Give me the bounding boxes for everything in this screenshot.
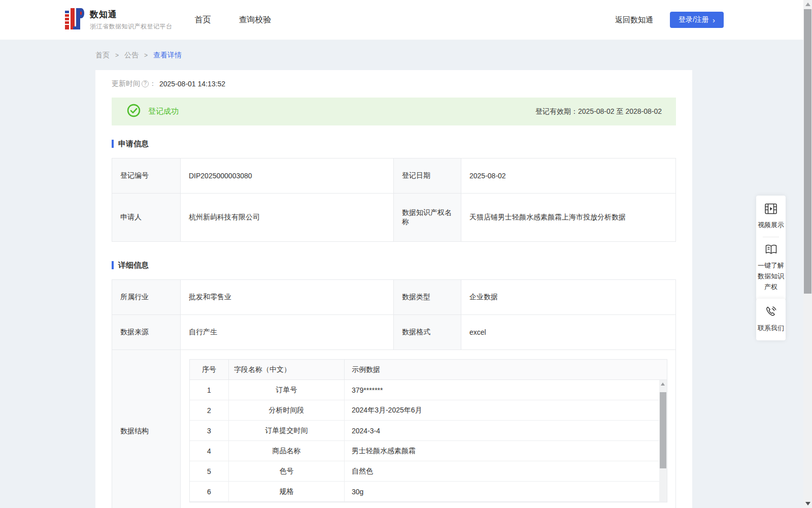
reg-no-label: 登记编号 [112,158,181,193]
floating-tools-card: 视频展示 一键了解数据知识产权 [756,196,786,300]
table-row: 申请人 杭州新屿科技有限公司 数据知识产权名称 天猫店铺男士轻颜水感素颜霜上海市… [112,193,675,241]
section-title-text: 详细信息 [118,261,149,270]
cell-index: 4 [190,441,229,461]
success-banner: 登记成功 登记有效期：2025-08-02 至 2028-08-02 [112,98,676,125]
chevron-right-icon: › [713,16,715,24]
column-header-sample-data: 示例数据 [345,360,667,379]
brand-subtitle: 浙江省数据知识产权登记平台 [90,22,173,31]
floating-contact-card: 联系我们 [756,299,786,340]
column-header-index: 序号 [190,360,229,379]
cell-index: 6 [190,482,229,501]
dip-name-value: 天猫店铺男士轻颜水感素颜霜上海市投放分析数据 [461,194,675,241]
header: 数知通 浙江省数据知识产权登记平台 首页 查询校验 返回数知通 登录/注册 › [0,0,803,40]
page: 数知通 浙江省数据知识产权登记平台 首页 查询校验 返回数知通 登录/注册 › … [0,0,812,508]
cell-sample: 自然色 [345,461,667,481]
table-scrollbar[interactable] [659,380,667,502]
scrollbar-thumb[interactable] [660,392,666,468]
validity-value: 2025-08-02 至 2028-08-02 [578,107,662,115]
data-structure-content: 序号 字段名称（中文） 示例数据 1 订单号 379******* 2 [181,350,675,508]
reg-no-value: DIP2025000003080 [181,158,394,193]
registration-status-text: 登记成功 [148,107,179,116]
cell-index: 2 [190,400,229,420]
cell-sample: 男士轻颜水感素颜霜 [345,441,667,461]
scroll-up-arrow-icon[interactable] [805,3,810,6]
validity-period: 登记有效期：2025-08-02 至 2028-08-02 [535,107,662,116]
scroll-up-arrow-icon[interactable] [661,383,665,386]
header-right: 返回数知通 登录/注册 › [615,12,724,28]
brand-logo-icon [65,8,84,31]
section-bar [112,261,114,269]
contact-us-label: 联系我们 [757,323,785,333]
section-bar [112,140,114,148]
scroll-down-arrow-icon[interactable] [805,502,810,505]
data-format-value: excel [461,315,675,350]
detail-info-table: 所属行业 批发和零售业 数据类型 企业数据 数据来源 自行产生 数据格式 exc… [112,279,676,508]
cell-sample: 30g [345,482,667,501]
update-time-label: 更新时间 [112,79,140,88]
breadcrumb-home[interactable]: 首页 [95,51,110,60]
breadcrumb: 首页 > 公告 > 查看详情 [95,51,182,60]
cell-field: 订单提交时间 [229,421,345,440]
video-demo-button[interactable]: 视频展示 [757,203,785,230]
apply-info-table: 登记编号 DIP2025000003080 登记日期 2025-08-02 申请… [112,158,676,242]
cell-sample: 2024-3-4 [345,421,667,440]
cell-field: 商品名称 [229,441,345,461]
login-register-label: 登录/注册 [679,15,709,24]
cell-field: 分析时间段 [229,400,345,420]
cell-sample: 379******* [345,380,667,400]
table-row: 3 订单提交时间 2024-3-4 [190,421,667,441]
table-row: 1 订单号 379******* [190,380,667,400]
cell-sample: 2024年3月-2025年6月 [345,400,667,420]
data-type-label: 数据类型 [394,280,461,314]
contact-us-button[interactable]: 联系我们 [757,305,785,333]
brand-name: 数知通 [90,9,173,20]
back-to-shuzhitong-link[interactable]: 返回数知通 [615,15,653,25]
login-register-button[interactable]: 登录/注册 › [670,12,724,28]
table-row: 5 色号 自然色 [190,461,667,482]
check-circle-icon [127,104,141,119]
success-banner-left: 登记成功 [127,104,179,119]
phone-icon [757,305,785,319]
breadcrumb-notice[interactable]: 公告 [124,51,139,60]
cell-index: 3 [190,421,229,440]
data-structure-label: 数据结构 [112,350,181,508]
page-scrollbar[interactable] [803,0,812,508]
cell-field: 订单号 [229,380,345,400]
brand[interactable]: 数知通 浙江省数据知识产权登记平台 [65,8,173,31]
table-row: 所属行业 批发和零售业 数据类型 企业数据 [112,280,675,314]
book-icon [757,244,785,257]
industry-value: 批发和零售业 [181,280,394,314]
applicant-label: 申请人 [112,194,181,241]
table-row: 数据来源 自行产生 数据格式 excel [112,314,675,350]
table-row: 4 商品名称 男士轻颜水感素颜霜 [190,441,667,461]
divider [763,237,779,237]
learn-dip-button[interactable]: 一键了解数据知识产权 [757,244,785,292]
data-format-label: 数据格式 [394,315,461,350]
data-structure-row: 数据结构 序号 字段名称（中文） 示例数据 1 订单号 379***** [112,350,675,508]
table-row: 登记编号 DIP2025000003080 登记日期 2025-08-02 [112,158,675,193]
section-title-text: 申请信息 [118,139,149,149]
validity-label: 登记有效期： [535,107,578,115]
apply-info-section-title: 申请信息 [112,139,676,149]
nav-item-home[interactable]: 首页 [195,15,211,25]
update-time-colon: ： [149,79,156,88]
video-icon [757,203,785,216]
detail-info-section-title: 详细信息 [112,260,676,270]
structure-table-header: 序号 字段名称（中文） 示例数据 [190,360,667,380]
reg-date-value: 2025-08-02 [461,158,675,193]
breadcrumb-separator: > [144,52,148,59]
cell-index: 5 [190,461,229,481]
help-icon[interactable]: ? [142,80,149,87]
video-demo-label: 视频展示 [757,219,785,230]
brand-text: 数知通 浙江省数据知识产权登记平台 [90,9,173,31]
structure-table-body: 1 订单号 379******* 2 分析时间段 2024年3月-2025年6月… [190,380,667,502]
dip-name-label: 数据知识产权名称 [394,194,461,241]
cell-field: 规格 [229,482,345,501]
scrollbar-thumb[interactable] [804,9,811,294]
nav-item-query-verify[interactable]: 查询校验 [239,15,272,25]
table-row: 6 规格 30g [190,482,667,502]
breadcrumb-separator: > [115,52,119,59]
column-header-field-name: 字段名称（中文） [229,360,345,379]
data-type-value: 企业数据 [461,280,675,314]
table-row: 2 分析时间段 2024年3月-2025年6月 [190,400,667,421]
